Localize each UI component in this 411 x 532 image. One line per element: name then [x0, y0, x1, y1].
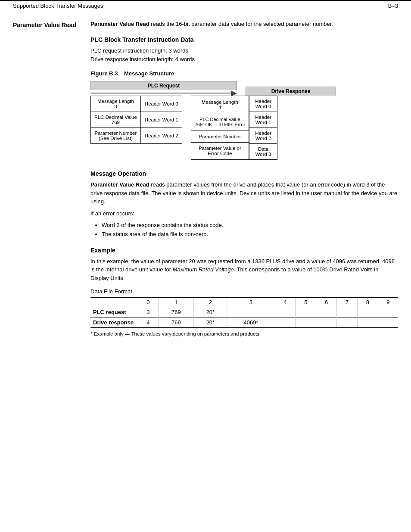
plc-request-label: PLC Request	[90, 81, 237, 90]
drive-left-table: Message Length4 PLC Decimal Value769=OK …	[191, 96, 249, 160]
plc-cell-0: Message Length3	[91, 96, 141, 112]
example-section: Example In this example, the value of pa…	[90, 247, 398, 337]
list-item: The status area of the data file is non-…	[102, 230, 398, 239]
drive-hw-1: HeaderWord 1	[249, 112, 277, 128]
plc-info-line2: Drive response instruction length: 4 wor…	[90, 56, 195, 62]
table-row: Parameter Value orError Code	[191, 142, 249, 159]
row-drive-4	[275, 317, 296, 328]
footnote: * Example only — These values vary depen…	[90, 331, 398, 336]
drive-cell-1: PLC Decimal Value769=OK –31999=Error	[191, 113, 249, 131]
plc-right-table: Header Word 0 Header Word 1 Header Word …	[141, 96, 182, 144]
table-row: PLC request 3 769 20*	[90, 307, 398, 317]
row-plc-6	[316, 307, 337, 317]
table-row: HeaderWord 2	[249, 128, 277, 144]
table-row: DataWord 3	[249, 144, 277, 160]
example-text-italic: Maximum Rated Voltage	[173, 266, 234, 273]
row-drive-3: 4069*	[227, 317, 275, 328]
table-header-row: 0 1 2 3 4 5 6 7 8 9	[90, 298, 398, 307]
header-word-0: Header Word 0	[141, 96, 182, 112]
plc-info: PLC request instruction length: 3 words …	[90, 47, 398, 65]
data-table-wrapper: 0 1 2 3 4 5 6 7 8 9	[90, 297, 398, 328]
header-word-2: Header Word 2	[141, 128, 182, 144]
intro-paragraph: Parameter Value Read reads the 16-bit pa…	[90, 20, 398, 28]
subsection-title: PLC Block Transfer Instruction Data	[90, 36, 398, 43]
drive-dw-3: DataWord 3	[249, 144, 277, 160]
table-row: Header Word 0	[141, 96, 182, 112]
drive-response-label: Drive Response	[246, 87, 336, 96]
plc-left-table: Message Length3 PLC Decimal Value769 Par…	[90, 96, 141, 144]
row-plc-0: 3	[138, 307, 159, 317]
data-file-label: Data File Format	[90, 288, 398, 295]
col-header-6: 6	[316, 298, 337, 307]
col-header-2: 2	[194, 298, 227, 307]
bullet-list: Word 3 of the response contains the stat…	[97, 221, 398, 239]
table-row: Header Word 1	[141, 112, 182, 128]
row-plc-9	[378, 307, 398, 317]
main-content: Parameter Value Read reads the 16-bit pa…	[86, 20, 398, 344]
plc-info-line1: PLC request instruction length: 3 words	[90, 47, 188, 54]
row-plc-5	[296, 307, 316, 317]
col-header-8: 8	[357, 298, 378, 307]
table-row: Message Length4	[191, 96, 249, 113]
row-plc-1: 769	[159, 307, 194, 317]
row-drive-5	[296, 317, 316, 328]
table-row: HeaderWord 0	[249, 96, 277, 112]
row-plc-4	[275, 307, 296, 317]
col-header-9: 9	[378, 298, 398, 307]
error-intro: If an error occurs:	[90, 209, 398, 218]
drive-hw-0: HeaderWord 0	[249, 96, 277, 112]
row-drive-7	[337, 317, 358, 328]
col-header-3: 3	[227, 298, 275, 307]
diagram-tables-row: Message Length3 PLC Decimal Value769 Par…	[90, 96, 398, 160]
table-row: Parameter Number	[191, 131, 249, 142]
col-header-7: 7	[337, 298, 358, 307]
table-row: HeaderWord 1	[249, 112, 277, 128]
msg-op-title: Message Operation	[90, 170, 398, 177]
plc-tables: Message Length3 PLC Decimal Value769 Par…	[90, 96, 182, 144]
table-row: PLC Decimal Value769	[91, 112, 141, 128]
message-operation-section: Message Operation Parameter Value Read r…	[90, 170, 398, 239]
row-drive-0: 4	[138, 317, 159, 328]
drive-right-table: HeaderWord 0 HeaderWord 1 HeaderWord 2 D…	[249, 96, 277, 160]
drive-response-section: Message Length4 PLC Decimal Value769=OK …	[191, 96, 277, 160]
table-row: PLC Decimal Value769=OK –31999=Error	[191, 113, 249, 131]
col-header-4: 4	[275, 298, 296, 307]
plc-cell-2: Parameter Number(See Drive List)	[91, 128, 141, 144]
table-row: Drive response 4 769 20* 4069*	[90, 317, 398, 328]
page-header: Supported Block Transfer Messages B–3	[0, 0, 411, 11]
figure-label: Figure B.3	[90, 70, 118, 77]
data-file-table: 0 1 2 3 4 5 6 7 8 9	[90, 298, 398, 327]
row-drive-1: 769	[159, 317, 194, 328]
page-content: Parameter Value Read Parameter Value Rea…	[0, 11, 411, 353]
drive-cell-3: Parameter Value orError Code	[191, 142, 249, 159]
example-text: In this example, the value of parameter …	[90, 257, 398, 283]
msg-op-para1: Parameter Value Read reads parameter val…	[90, 180, 398, 206]
row-drive-label: Drive response	[90, 317, 138, 328]
header-title: Supported Block Transfer Messages	[13, 3, 103, 9]
row-drive-2: 20*	[194, 317, 227, 328]
col-header-label	[90, 298, 138, 307]
row-plc-label: PLC request	[90, 307, 138, 317]
table-row: Parameter Number(See Drive List)	[91, 128, 141, 144]
col-header-0: 0	[138, 298, 159, 307]
row-plc-8	[357, 307, 378, 317]
left-margin: Parameter Value Read	[13, 20, 86, 344]
msg-op-bold: Parameter Value Read	[90, 181, 149, 188]
row-plc-3	[227, 307, 275, 317]
intro-bold: Parameter Value Read	[90, 21, 149, 27]
table-row: Header Word 2	[141, 128, 182, 144]
row-plc-7	[337, 307, 358, 317]
figure-title: Message Structure	[124, 70, 174, 77]
table-row: Message Length3	[91, 96, 141, 112]
example-title: Example	[90, 247, 398, 254]
drive-hw-2: HeaderWord 2	[249, 128, 277, 144]
row-plc-2: 20*	[194, 307, 227, 317]
row-drive-9	[378, 317, 398, 328]
row-drive-8	[357, 317, 378, 328]
row-drive-6	[316, 317, 337, 328]
plc-cell-1: PLC Decimal Value769	[91, 112, 141, 128]
col-header-1: 1	[159, 298, 194, 307]
figure-caption: Figure B.3 Message Structure	[90, 70, 398, 77]
drive-tables: Message Length4 PLC Decimal Value769=OK …	[191, 96, 277, 160]
list-item: Word 3 of the response contains the stat…	[102, 221, 398, 230]
